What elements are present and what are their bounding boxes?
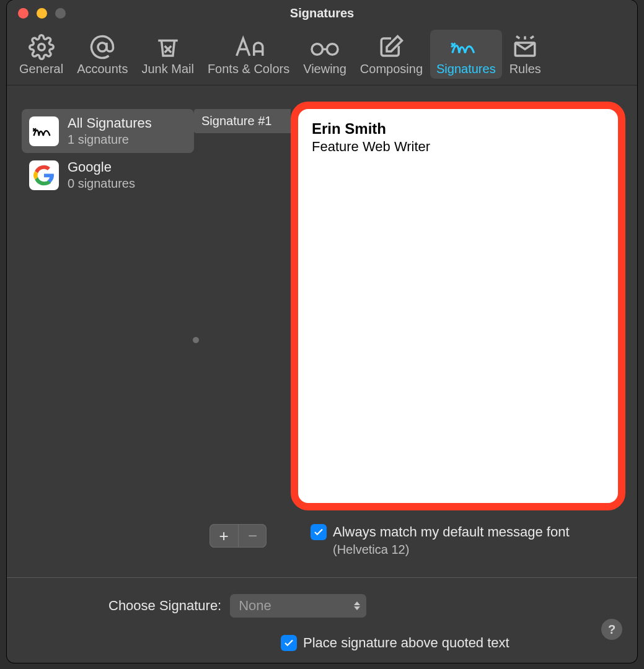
tab-composing[interactable]: Composing <box>354 30 429 79</box>
match-font-row: Always match my default message font (He… <box>311 524 570 557</box>
tab-viewing[interactable]: Viewing <box>297 30 353 79</box>
place-above-label: Place signature above quoted text <box>303 635 509 651</box>
choose-signature-label: Choose Signature: <box>108 598 221 614</box>
account-count: 1 signature <box>68 133 152 147</box>
tab-junk-mail[interactable]: Junk Mail <box>135 30 200 79</box>
chevron-up-down-icon <box>354 601 360 610</box>
account-name: All Signatures <box>68 115 152 131</box>
signature-line-name: Erin Smith <box>312 120 604 138</box>
signature-line-title: Feature Web Writer <box>312 139 604 155</box>
tab-label: General <box>19 62 63 76</box>
signature-editor[interactable]: Erin Smith Feature Web Writer <box>291 102 625 510</box>
close-window-button[interactable] <box>18 8 29 19</box>
signature-list-controls: + − <box>210 524 267 548</box>
signature-icon <box>29 116 59 146</box>
signature-list-column: Signature #1 <box>194 94 291 562</box>
help-button[interactable]: ? <box>601 619 622 640</box>
match-font-checkbox[interactable] <box>311 524 327 540</box>
trash-icon <box>155 33 181 61</box>
match-font-label: Always match my default message font <box>333 524 570 540</box>
add-signature-button[interactable]: + <box>210 524 238 548</box>
at-sign-icon <box>89 33 115 61</box>
column-resize-indicator[interactable] <box>193 337 199 343</box>
tab-signatures[interactable]: Signatures <box>430 30 502 79</box>
tab-label: Rules <box>509 62 541 76</box>
account-name: Google <box>68 159 135 175</box>
tab-rules[interactable]: Rules <box>503 30 547 79</box>
choose-signature-row: Choose Signature: None <box>22 594 622 618</box>
add-remove-control: + − <box>210 524 267 548</box>
signature-list-item[interactable]: Signature #1 <box>194 109 291 133</box>
minimize-window-button[interactable] <box>37 8 47 19</box>
tab-fonts-colors[interactable]: Fonts & Colors <box>201 30 296 79</box>
window-title: Signatures <box>7 6 637 20</box>
gear-icon <box>29 33 55 61</box>
tab-label: Composing <box>360 62 423 76</box>
place-above-checkbox[interactable] <box>281 635 297 651</box>
signature-editor-column: Erin Smith Feature Web Writer <box>291 94 637 562</box>
titlebar: Signatures <box>7 0 637 26</box>
tab-label: Signatures <box>436 62 496 76</box>
signatures-body: All Signatures 1 signature Google 0 sign… <box>7 94 637 562</box>
google-icon <box>29 160 59 190</box>
glasses-icon <box>308 33 342 61</box>
choose-signature-value: None <box>239 598 271 613</box>
account-all-signatures[interactable]: All Signatures 1 signature <box>22 109 194 153</box>
tab-accounts[interactable]: Accounts <box>71 30 134 79</box>
tab-label: Fonts & Colors <box>208 62 289 76</box>
place-above-row: Place signature above quoted text <box>22 635 622 651</box>
rules-icon <box>512 33 538 61</box>
font-icon <box>232 33 265 61</box>
tab-general[interactable]: General <box>13 30 69 79</box>
svg-point-0 <box>38 44 45 51</box>
svg-point-3 <box>327 44 338 55</box>
window-controls <box>18 8 66 19</box>
accounts-column: All Signatures 1 signature Google 0 sign… <box>7 94 194 562</box>
tab-label: Viewing <box>303 62 346 76</box>
svg-point-1 <box>98 43 107 51</box>
svg-point-2 <box>312 44 323 55</box>
choose-signature-select[interactable]: None <box>230 594 366 618</box>
preferences-window: Signatures General Accounts Junk Mail F <box>7 0 637 663</box>
zoom-window-button[interactable] <box>55 8 66 19</box>
tab-label: Accounts <box>77 62 128 76</box>
signature-icon <box>449 33 483 61</box>
compose-icon <box>378 33 404 61</box>
match-font-sub: (Helvetica 12) <box>333 543 570 557</box>
remove-signature-button[interactable]: − <box>238 524 267 548</box>
tab-label: Junk Mail <box>141 62 193 76</box>
bottom-bar: Choose Signature: None Place signature a… <box>7 577 637 651</box>
account-count: 0 signatures <box>68 177 135 191</box>
account-google[interactable]: Google 0 signatures <box>22 153 194 197</box>
preferences-toolbar: General Accounts Junk Mail Fonts & Color… <box>7 26 637 85</box>
